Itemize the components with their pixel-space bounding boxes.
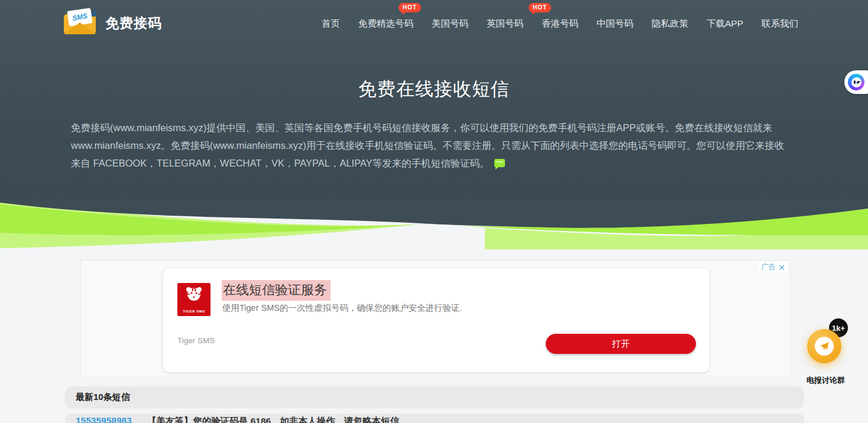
nav-label: 中国号码 [597,18,633,28]
main-nav: 首页 HOT 免费精选号码 美国号码 英国号码 HOT 香港号码 中国号码 隐私… [322,18,798,30]
ad-close-icon[interactable]: ✕ [777,263,786,272]
hot-badge: HOT [399,3,421,12]
tiger-logo-text: TIGER SMS [183,310,205,313]
logo-sms-text: SMS [72,12,88,22]
chat-assistant-widget[interactable] [844,70,868,94]
nav-item-us-numbers[interactable]: 美国号码 [432,18,468,30]
ad-flags: 广告 ✕ [759,262,788,273]
nav-item-uk-numbers[interactable]: 英国号码 [487,18,523,30]
sms-row[interactable]: 15535958983 【美友笺】您的验证码是 6186，如非本人操作，请忽略本… [65,414,804,423]
wave-divider [0,199,868,249]
nav-item-featured-numbers[interactable]: HOT 免费精选号码 [358,18,413,30]
ad-container: 广告 ✕ TIGER SMS 在线短信验证服务 [80,260,791,376]
header: SMS 免费接码 首页 HOT 免费精选号码 美国号码 英国号码 HOT 香港号… [0,0,868,47]
ad-subtitle: 使用Tiger SMS的一次性虚拟号码，确保您的账户安全进行验证. [222,302,462,314]
nav-label: 英国号码 [487,18,523,28]
tiger-sms-logo[interactable]: TIGER SMS [177,283,210,316]
ad-card: TIGER SMS 在线短信验证服务 使用Tiger SMS的一次性虚拟号码，确… [163,268,710,372]
nav-item-cn-numbers[interactable]: 中国号码 [597,18,633,30]
chat-bubble-icon [494,159,505,167]
page: SMS 免费接码 首页 HOT 免费精选号码 美国号码 英国号码 HOT 香港号… [0,0,868,423]
nav-item-download-app[interactable]: 下载APP [707,18,743,30]
nav-label: 下载APP [707,18,743,28]
nav-label: 美国号码 [432,18,468,28]
ad-open-button[interactable]: 打开 [546,334,696,354]
nav-label: 联系我们 [762,18,798,28]
nav-label: 香港号码 [542,18,578,28]
robot-icon [848,74,864,90]
hero-description: 免费接码(www.mianfeisms.xyz)提供中国、美国、英国等各国免费手… [71,119,791,172]
nav-item-contact[interactable]: 联系我们 [762,18,798,30]
nav-label: 隐私政策 [652,18,688,28]
nav-item-hk-numbers[interactable]: HOT 香港号码 [542,18,578,30]
ad-advertiser-name: Tiger SMS [177,336,215,345]
sms-phone-link[interactable]: 15535958983 [76,415,132,423]
sms-list-header-text: 最新10条短信 [76,392,130,403]
sms-list-header: 最新10条短信 [65,386,804,408]
hero-description-text: 免费接码(www.mianfeisms.xyz)提供中国、美国、英国等各国免费手… [71,122,784,168]
tiger-face-icon [184,285,203,307]
brand-title[interactable]: 免费接码 [105,14,162,32]
sms-message: 【美友笺】您的验证码是 6186，如非本人操作，请忽略本短信 [147,415,399,423]
brand-logo[interactable]: SMS [64,8,97,37]
nav-item-privacy[interactable]: 隐私政策 [652,18,688,30]
nav-item-home[interactable]: 首页 [322,18,340,30]
telegram-button[interactable] [807,329,841,363]
hot-badge: HOT [529,3,551,12]
envelope-flap [64,22,96,34]
telegram-plane-icon [815,337,834,356]
nav-label: 免费精选号码 [358,18,413,28]
nav-label: 首页 [322,18,340,28]
ad-title[interactable]: 在线短信验证服务 [222,280,331,301]
ad-info-badge[interactable]: 广告 [761,262,776,272]
telegram-group-label[interactable]: 电报讨论群 [807,375,845,386]
page-title: 免费在线接收短信 [0,77,868,102]
